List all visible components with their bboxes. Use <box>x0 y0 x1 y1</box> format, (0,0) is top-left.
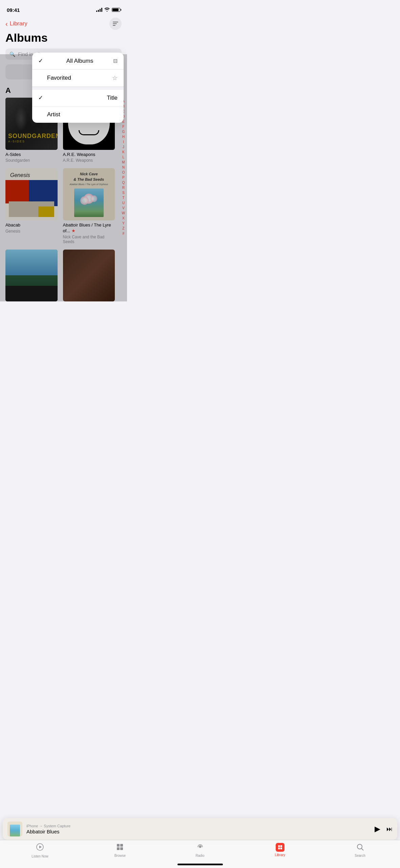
battery-icon <box>112 8 120 12</box>
wifi-icon <box>104 7 110 13</box>
dropdown-artist[interactable]: Artist <box>32 106 124 123</box>
page-title: Albums <box>5 31 122 44</box>
filter-button[interactable] <box>109 18 122 30</box>
grid-icon: ⊟ <box>113 58 118 64</box>
favorited-label: Favorited <box>47 75 71 81</box>
filter-icon <box>113 22 118 26</box>
star-icon: ☆ <box>112 74 118 82</box>
status-time: 09:41 <box>7 7 20 13</box>
back-label: Library <box>10 20 27 27</box>
artist-label: Artist <box>47 111 60 118</box>
dropdown-title[interactable]: Title <box>32 90 124 106</box>
status-icons <box>96 7 120 13</box>
dropdown-all-albums[interactable]: All Albums ⊟ <box>32 53 124 70</box>
dropdown-menu: All Albums ⊟ Favorited ☆ Title Artist <box>32 53 124 123</box>
all-albums-label: All Albums <box>66 58 93 64</box>
back-button[interactable]: ‹ Library <box>5 20 27 28</box>
back-chevron-icon: ‹ <box>5 20 8 28</box>
back-nav: ‹ Library <box>5 18 122 30</box>
dropdown-favorited[interactable]: Favorited ☆ <box>32 70 124 87</box>
signal-icon <box>96 8 102 12</box>
dropdown-separator <box>32 87 124 90</box>
title-label: Title <box>107 95 118 101</box>
status-bar: 09:41 <box>0 0 127 15</box>
